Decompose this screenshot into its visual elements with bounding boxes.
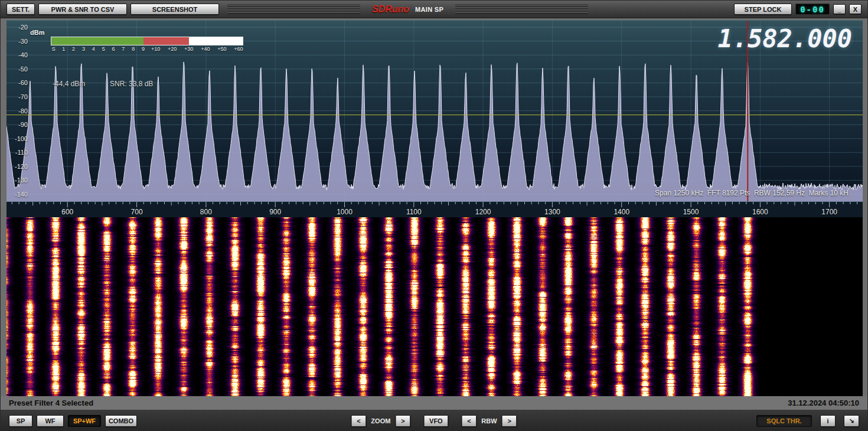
vfo-button[interactable]: VFO xyxy=(423,415,448,427)
y-axis-label: -20 xyxy=(9,24,28,31)
smeter-bar xyxy=(51,37,243,45)
info-button[interactable]: i xyxy=(820,415,836,427)
close-button[interactable]: X xyxy=(849,4,862,14)
x-axis-label: 700 xyxy=(131,208,143,216)
logo-uno: uno xyxy=(392,4,409,14)
smeter-green-segment xyxy=(51,37,143,45)
y-axis-label: -60 xyxy=(9,79,28,86)
y-axis-label: -130 xyxy=(9,177,28,184)
resize-handle-button[interactable]: ↘ xyxy=(844,415,859,427)
x-axis-label: 1000 xyxy=(337,208,353,216)
sp-view-button[interactable]: SP xyxy=(9,415,32,427)
y-axis-label: -80 xyxy=(9,107,28,115)
smeter-scale-label: S xyxy=(52,46,56,52)
smeter-scale-label: 7 xyxy=(122,46,125,52)
smeter-scale-label: 5 xyxy=(102,46,105,52)
dbm-unit-label: dBm xyxy=(30,29,44,36)
snr-readout: SNR: 33,8 dB xyxy=(110,80,153,88)
right-controls-group: SQLC THR. i ↘ xyxy=(756,415,859,427)
y-axis-label: -140 xyxy=(9,191,28,198)
spectrum-panel[interactable]: -20-30-40-50-60-70-80-90-100-110-120-130… xyxy=(6,20,863,202)
wf-view-button[interactable]: WF xyxy=(37,415,64,427)
smeter-scale-label: 3 xyxy=(82,46,85,52)
smeter-scale-label: 6 xyxy=(112,46,115,52)
x-axis-label: 1100 xyxy=(406,208,422,216)
x-axis-label: 1200 xyxy=(475,208,491,216)
status-bar: Preset Filter 4 Selected 31.12.2024 04:5… xyxy=(1,396,867,410)
x-axis-label: 1700 xyxy=(821,208,837,216)
smeter-scale-label: 8 xyxy=(132,46,135,52)
app-logo: SDRuno MAIN SP xyxy=(368,4,447,15)
status-datetime: 31.12.2024 04:50:10 xyxy=(788,399,859,407)
x-axis-label: 1500 xyxy=(683,208,699,216)
grip-texture-left xyxy=(227,5,360,14)
step-size-display: 0-00 xyxy=(795,4,830,15)
y-axis-label: -50 xyxy=(9,66,28,73)
y-axis-label: -100 xyxy=(9,135,28,142)
view-mode-group: SP WF SP+WF COMBO xyxy=(9,415,137,427)
step-lock-button[interactable]: STEP LOCK xyxy=(734,4,792,15)
zoom-label: ZOOM xyxy=(371,417,390,425)
y-axis-label: -40 xyxy=(9,51,28,58)
x-axis-label: 900 xyxy=(269,208,281,216)
zoom-rbw-group: < ZOOM > VFO < RBW > xyxy=(351,415,517,427)
y-axis-label: -30 xyxy=(9,38,28,45)
power-readout: -44,4 dBm xyxy=(53,80,85,88)
smeter-scale-label: 2 xyxy=(72,46,75,52)
pwr-snr-csv-button[interactable]: PWR & SNR TO CSV xyxy=(38,4,127,15)
smeter-scale-label: +40 xyxy=(201,46,210,52)
status-message: Preset Filter 4 Selected xyxy=(9,399,93,407)
smeter-scale-label: 9 xyxy=(142,46,145,52)
diagonal-arrow-icon: ↘ xyxy=(849,417,854,425)
title-bar: SETT. PWR & SNR TO CSV SCREENSHOT SDRuno… xyxy=(1,1,867,18)
waterfall-display[interactable] xyxy=(6,217,863,396)
y-axis-label: -70 xyxy=(9,93,28,100)
zoom-in-button[interactable]: > xyxy=(395,415,410,427)
smeter-scale-label: +20 xyxy=(168,46,177,52)
zoom-out-button[interactable]: < xyxy=(351,415,366,427)
frequency-axis: 6007008009001000110012001300140015001600… xyxy=(6,201,863,217)
x-axis-label: 1600 xyxy=(752,208,768,216)
rbw-increase-button[interactable]: > xyxy=(502,415,517,427)
x-axis-label: 800 xyxy=(200,208,212,216)
span-info-line: Span 1250 kHz FFT 8192 Pts RBW 152,59 Hz… xyxy=(655,189,849,197)
rbw-decrease-button[interactable]: < xyxy=(461,415,477,427)
y-axis-label: -110 xyxy=(9,149,28,156)
y-axis-label: -120 xyxy=(9,163,28,170)
sdruno-main-window: SETT. PWR & SNR TO CSV SCREENSHOT SDRuno… xyxy=(0,0,868,431)
panel-name-label: MAIN SP xyxy=(415,6,443,13)
smeter-scale-label: +50 xyxy=(217,46,226,52)
smeter-scale-label: +10 xyxy=(151,46,160,52)
smeter-scale-label: 1 xyxy=(62,46,65,52)
x-axis-label: 600 xyxy=(61,208,73,216)
smeter-white-segment xyxy=(189,37,243,45)
combo-view-button[interactable]: COMBO xyxy=(105,415,137,427)
squelch-threshold-button[interactable]: SQLC THR. xyxy=(756,415,812,427)
rbw-label: RBW xyxy=(481,417,497,425)
y-axis-label: -90 xyxy=(9,121,28,128)
x-axis-label: 1400 xyxy=(614,208,629,216)
settings-button[interactable]: SETT. xyxy=(6,4,35,15)
s-meter: S123456789+10+20+30+40+50+60 xyxy=(51,37,243,53)
spwf-view-button[interactable]: SP+WF xyxy=(68,415,101,427)
smeter-scale-label: 4 xyxy=(92,46,95,52)
screenshot-button[interactable]: SCREENSHOT xyxy=(130,4,219,15)
grip-texture-right xyxy=(455,5,588,14)
smeter-scale-label: +60 xyxy=(234,46,243,52)
smeter-scale: S123456789+10+20+30+40+50+60 xyxy=(51,45,243,52)
smeter-scale-label: +30 xyxy=(184,46,193,52)
smeter-red-segment xyxy=(143,37,190,45)
frequency-readout: 1.582.000 xyxy=(717,24,852,53)
minimize-button[interactable]: _ xyxy=(833,4,846,14)
logo-sdr: SDR xyxy=(372,4,392,14)
x-axis-label: 1300 xyxy=(544,208,560,216)
bottom-toolbar: SP WF SP+WF COMBO < ZOOM > VFO < RBW > S… xyxy=(1,410,867,431)
sdruno-wordmark: SDRuno xyxy=(372,4,409,15)
